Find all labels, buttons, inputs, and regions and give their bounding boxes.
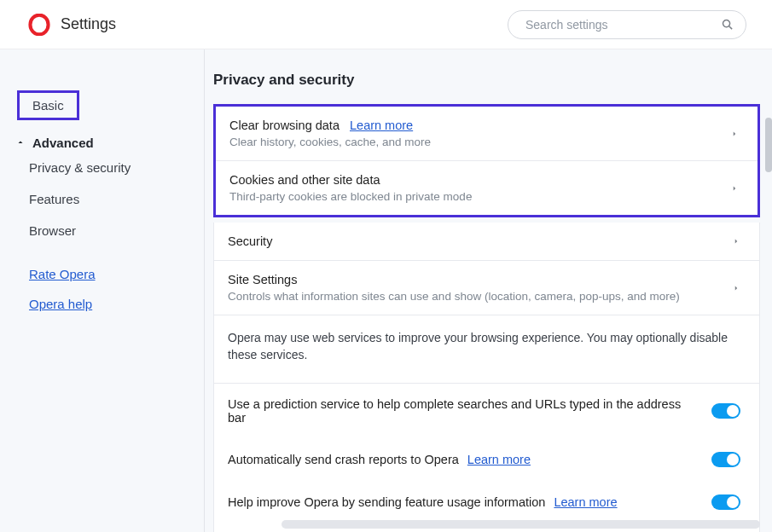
header-left: Settings: [28, 14, 116, 36]
toggle-label-text: Help improve Opera by sending feature us…: [228, 495, 545, 509]
row-title-text: Site Settings: [228, 273, 297, 286]
row-cookies[interactable]: Cookies and other site data Third-party …: [216, 161, 757, 215]
section-title: Privacy and security: [213, 72, 760, 89]
horizontal-scrollbar[interactable]: [282, 520, 760, 529]
highlighted-group: Clear browsing data Learn more Clear his…: [213, 104, 760, 217]
row-title-text: Clear browsing data: [229, 119, 340, 132]
svg-point-0: [30, 14, 48, 34]
opera-help-link[interactable]: Opera help: [29, 297, 204, 311]
search-container[interactable]: [508, 10, 746, 39]
toggle-switch[interactable]: [711, 403, 740, 419]
toggle-row-prediction: Use a prediction service to help complet…: [214, 384, 759, 438]
page-title: Settings: [61, 15, 116, 33]
sidebar-item-browser[interactable]: Browser: [29, 223, 204, 238]
sidebar: Basic Advanced Privacy & security Featur…: [0, 49, 205, 532]
toggle-row-usage-info: Help improve Opera by sending feature us…: [214, 481, 759, 523]
sidebar-item-privacy-security[interactable]: Privacy & security: [29, 160, 204, 175]
learn-more-link[interactable]: Learn more: [350, 119, 413, 132]
chevron-right-icon: [732, 237, 740, 246]
svg-point-1: [723, 20, 730, 27]
chevron-up-icon: [15, 136, 26, 150]
search-icon: [721, 18, 734, 31]
vertical-scrollbar[interactable]: [765, 118, 772, 525]
sidebar-tab-advanced[interactable]: Advanced: [15, 136, 204, 150]
learn-more-link[interactable]: Learn more: [467, 453, 531, 466]
svg-line-2: [729, 26, 732, 29]
chevron-right-icon: [730, 184, 739, 193]
toggle-label-text: Use a prediction service to help complet…: [228, 397, 681, 425]
row-subtitle: Clear history, cookies, cache, and more: [229, 136, 730, 148]
sidebar-tab-basic[interactable]: Basic: [17, 90, 79, 120]
row-subtitle: Controls what information sites can use …: [228, 290, 732, 303]
row-site-settings[interactable]: Site Settings Controls what information …: [214, 261, 759, 315]
chevron-right-icon: [730, 130, 739, 138]
scrollbar-thumb[interactable]: [765, 118, 772, 172]
services-note: Opera may use web services to improve yo…: [213, 315, 760, 384]
app-header: Settings: [0, 0, 772, 49]
row-clear-browsing-data[interactable]: Clear browsing data Learn more Clear his…: [216, 107, 757, 161]
toggle-row-crash-reports: Automatically send crash reports to Oper…: [214, 438, 759, 481]
sidebar-item-features[interactable]: Features: [29, 192, 204, 206]
learn-more-link[interactable]: Learn more: [554, 495, 617, 509]
chevron-right-icon: [732, 284, 740, 292]
row-title-text: Security: [228, 234, 272, 248]
toggle-label-text: Automatically send crash reports to Oper…: [228, 453, 459, 466]
toggle-switch[interactable]: [711, 452, 740, 467]
rate-opera-link[interactable]: Rate Opera: [29, 267, 204, 281]
search-input[interactable]: [525, 18, 714, 32]
advanced-label: Advanced: [32, 136, 94, 150]
toggle-switch[interactable]: [711, 494, 740, 510]
opera-logo-icon: [28, 14, 50, 36]
row-subtitle: Third-party cookies are blocked in priva…: [229, 190, 730, 203]
row-title-text: Cookies and other site data: [229, 173, 380, 187]
row-security[interactable]: Security: [214, 223, 759, 261]
main-panel: Privacy and security Clear browsing data…: [205, 49, 772, 532]
